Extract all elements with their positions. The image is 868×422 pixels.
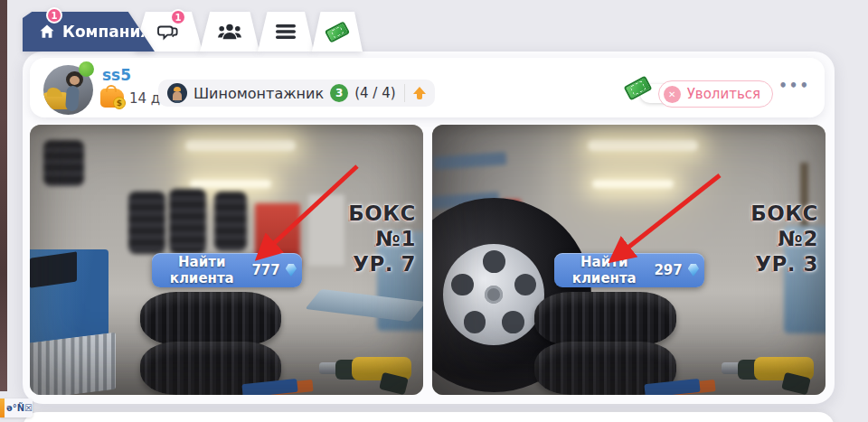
job-title: Шиномонтажник (193, 85, 324, 102)
online-status-indicator (79, 61, 94, 77)
tab-log[interactable] (258, 12, 314, 52)
box-label-2: БОКС №2 УР. 3 (750, 201, 818, 277)
gem-icon (286, 264, 297, 277)
employee-profile-card: ss5 $ 14 д. Шиномонтажник 3 (4 / 4) 0 ✕ … (30, 58, 825, 117)
tab-company[interactable]: Компания (23, 12, 155, 52)
page: Компания 1 1 (0, 0, 868, 422)
job-level-badge: 3 (330, 84, 348, 102)
gem-icon (688, 264, 699, 277)
ticket-icon (624, 76, 653, 101)
quit-button[interactable]: ✕ Уволиться (658, 80, 773, 108)
next-section-card (23, 412, 835, 422)
more-options-button[interactable]: ••• (778, 78, 810, 94)
username-link[interactable]: ss5 (102, 66, 131, 84)
people-icon (218, 23, 241, 41)
box-panel-2: БОКС №2 УР. 3 Найти клиента 297 (432, 125, 826, 395)
tab-members-wrap (200, 12, 259, 52)
job-badge: Шиномонтажник 3 (4 / 4) (158, 80, 435, 107)
tab-tickets[interactable] (312, 12, 363, 52)
dollar-coin-icon: $ (113, 97, 126, 109)
left-edge-strip (0, 0, 7, 391)
tab-tickets-wrap (312, 12, 363, 52)
corner-widget-text: ә°Ñ☒ (5, 403, 33, 413)
quit-button-label: Уволиться (687, 86, 760, 102)
tab-company-label: Компания (62, 23, 150, 41)
corner-widget: ә°Ñ☒ (0, 399, 33, 417)
divider (404, 84, 405, 102)
chat-notification-badge: 1 (170, 9, 186, 25)
box-panel-1: БОКС №1 УР. 7 Найти клиента 777 (30, 125, 423, 395)
job-progress: (4 / 4) (354, 85, 395, 101)
tab-company-wrap: Компания 1 (23, 12, 155, 52)
box-label-1: БОКС №1 УР. 7 (348, 201, 416, 277)
find-client-button-1[interactable]: Найти клиента 777 (152, 253, 302, 287)
upgrade-arrow-icon[interactable] (413, 87, 426, 100)
list-icon (276, 23, 296, 40)
worker-icon (167, 83, 187, 103)
tab-log-wrap (258, 12, 314, 52)
company-notification-badge: 1 (46, 7, 62, 23)
ticket-icon (325, 21, 350, 43)
close-icon: ✕ (664, 86, 681, 103)
money-bag-icon: $ (100, 89, 124, 108)
find-client-button-2[interactable]: Найти клиента 297 (554, 253, 704, 287)
salary-info: $ 14 д. (100, 89, 165, 108)
tab-members[interactable] (200, 12, 259, 52)
home-icon (38, 23, 56, 41)
